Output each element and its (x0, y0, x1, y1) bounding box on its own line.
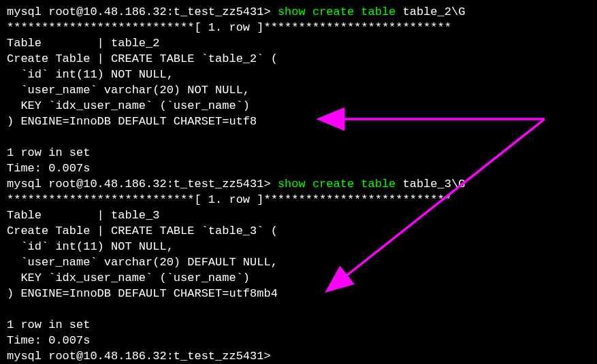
terminal-line: mysql root@10.48.186.32:t_test_zz5431> (7, 348, 590, 364)
terminal-output: mysql root@10.48.186.32:t_test_zz5431> s… (7, 4, 590, 364)
output-text (7, 131, 14, 144)
terminal-line: `user_name` varchar(20) DEFAULT NULL, (7, 254, 590, 270)
output-text: Time: 0.007s (7, 334, 90, 347)
output-text: `id` int(11) NOT NULL, (7, 68, 174, 81)
row-separator: ***************************[ 1. row ]***… (7, 193, 451, 206)
output-text: Table | table_3 (7, 209, 159, 222)
output-text: Create Table | CREATE TABLE `table_2` ( (7, 52, 278, 65)
terminal-line: `id` int(11) NOT NULL, (7, 67, 590, 82)
table-name: table_3\G (403, 178, 466, 191)
output-text: KEY `idx_user_name` (`user_name`) (7, 271, 250, 284)
mysql-prompt[interactable]: mysql root@10.48.186.32:t_test_zz5431> (7, 350, 278, 363)
output-text: ) ENGINE=InnoDB DEFAULT CHARSET=utf8mb4 (7, 287, 278, 300)
terminal-line: ) ENGINE=InnoDB DEFAULT CHARSET=utf8mb4 (7, 286, 590, 301)
table-name: table_2\G (403, 5, 466, 18)
terminal-line: Create Table | CREATE TABLE `table_2` ( (7, 51, 590, 67)
terminal-line: Create Table | CREATE TABLE `table_3` ( (7, 223, 590, 239)
terminal-line: 1 row in set (7, 145, 590, 161)
terminal-line: 1 row in set (7, 317, 590, 333)
terminal-line: ***************************[ 1. row ]***… (7, 20, 590, 35)
output-text: Table | table_2 (7, 37, 159, 50)
output-text: Time: 0.007s (7, 162, 90, 175)
output-text: 1 row in set (7, 146, 90, 159)
terminal-line: mysql root@10.48.186.32:t_test_zz5431> s… (7, 176, 590, 192)
terminal-line: Table | table_2 (7, 35, 590, 51)
sql-command[interactable]: show create table (278, 178, 403, 191)
terminal-line: `user_name` varchar(20) NOT NULL, (7, 82, 590, 98)
terminal-line: Time: 0.007s (7, 161, 590, 176)
output-text: `user_name` varchar(20) DEFAULT NULL, (7, 256, 278, 269)
output-text: 1 row in set (7, 318, 90, 331)
output-text: ) ENGINE=InnoDB DEFAULT CHARSET=utf8 (7, 115, 257, 128)
terminal-line: Table | table_3 (7, 208, 590, 223)
output-text: Create Table | CREATE TABLE `table_3` ( (7, 225, 278, 237)
terminal-line (7, 129, 590, 145)
row-separator: ***************************[ 1. row ]***… (7, 21, 451, 34)
output-text: `id` int(11) NOT NULL, (7, 240, 174, 253)
terminal-line (7, 301, 590, 317)
mysql-prompt: mysql root@10.48.186.32:t_test_zz5431> (7, 5, 278, 18)
terminal-line: KEY `idx_user_name` (`user_name`) (7, 98, 590, 114)
mysql-prompt: mysql root@10.48.186.32:t_test_zz5431> (7, 178, 278, 191)
terminal-line: `id` int(11) NOT NULL, (7, 239, 590, 254)
terminal-line: ***************************[ 1. row ]***… (7, 192, 590, 208)
terminal-line: Time: 0.007s (7, 333, 590, 348)
output-text: `user_name` varchar(20) NOT NULL, (7, 84, 250, 97)
output-text: KEY `idx_user_name` (`user_name`) (7, 99, 250, 112)
output-text (7, 303, 14, 316)
terminal-line: ) ENGINE=InnoDB DEFAULT CHARSET=utf8 (7, 114, 590, 129)
terminal-line: KEY `idx_user_name` (`user_name`) (7, 270, 590, 286)
sql-command[interactable]: show create table (278, 5, 403, 18)
terminal-line: mysql root@10.48.186.32:t_test_zz5431> s… (7, 4, 590, 20)
